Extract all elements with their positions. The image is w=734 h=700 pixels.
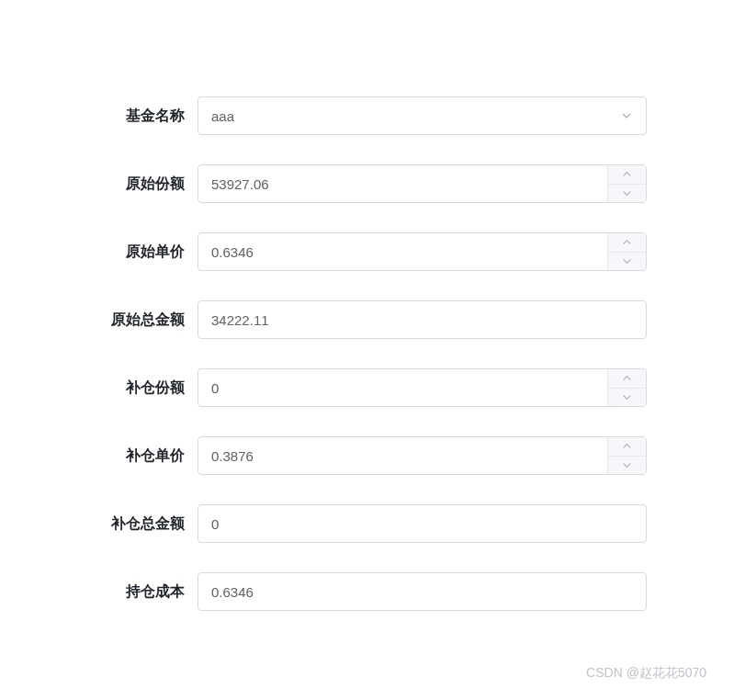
original-price-stepper <box>198 232 647 271</box>
control-fund-name: aaa <box>198 96 647 135</box>
original-price-input[interactable] <box>198 233 607 270</box>
label-original-price: 原始单价 <box>0 243 198 262</box>
stepper-down-button[interactable] <box>608 389 646 407</box>
row-original-share: 原始份额 <box>0 164 647 203</box>
label-position-cost: 持仓成本 <box>0 582 198 602</box>
row-position-cost: 持仓成本 <box>0 572 647 611</box>
add-share-input[interactable] <box>198 369 607 406</box>
add-share-stepper <box>198 368 647 407</box>
control-position-cost <box>198 572 647 611</box>
row-add-price: 补仓单价 <box>0 436 647 475</box>
fund-name-value: aaa <box>211 108 620 124</box>
fund-name-select[interactable]: aaa <box>198 96 647 135</box>
control-add-price <box>198 436 647 475</box>
stepper-down-button[interactable] <box>608 253 646 271</box>
label-add-total: 补仓总金额 <box>0 514 198 534</box>
row-add-share: 补仓份额 <box>0 368 647 407</box>
label-original-total: 原始总金额 <box>0 310 198 330</box>
watermark-text: CSDN @赵花花5070 <box>586 665 706 682</box>
stepper-up-button[interactable] <box>608 233 646 253</box>
original-total-wrapper <box>198 300 647 339</box>
position-cost-input[interactable] <box>198 573 646 610</box>
chevron-down-icon <box>620 109 633 122</box>
row-add-total: 补仓总金额 <box>0 504 647 543</box>
stepper-up-button[interactable] <box>608 165 646 185</box>
add-total-input[interactable] <box>198 505 646 542</box>
control-original-total <box>198 300 647 339</box>
label-add-share: 补仓份额 <box>0 378 198 398</box>
position-cost-wrapper <box>198 572 647 611</box>
stepper-controls <box>607 369 646 406</box>
add-price-stepper <box>198 436 647 475</box>
original-share-input[interactable] <box>198 165 607 202</box>
add-price-input[interactable] <box>198 437 607 474</box>
control-add-total <box>198 504 647 543</box>
row-original-price: 原始单价 <box>0 232 647 271</box>
add-total-wrapper <box>198 504 647 543</box>
stepper-down-button[interactable] <box>608 185 646 203</box>
label-original-share: 原始份额 <box>0 175 198 194</box>
original-total-input[interactable] <box>198 301 646 338</box>
label-fund-name: 基金名称 <box>0 107 198 126</box>
control-original-share <box>198 164 647 203</box>
stepper-controls <box>607 437 646 474</box>
control-original-price <box>198 232 647 271</box>
stepper-down-button[interactable] <box>608 457 646 475</box>
form-container: 基金名称 aaa 原始份额 <box>0 96 734 611</box>
original-share-stepper <box>198 164 647 203</box>
label-add-price: 补仓单价 <box>0 446 198 466</box>
stepper-up-button[interactable] <box>608 437 646 457</box>
stepper-controls <box>607 165 646 202</box>
stepper-controls <box>607 233 646 270</box>
stepper-up-button[interactable] <box>608 369 646 389</box>
row-fund-name: 基金名称 aaa <box>0 96 647 135</box>
row-original-total: 原始总金额 <box>0 300 647 339</box>
control-add-share <box>198 368 647 407</box>
